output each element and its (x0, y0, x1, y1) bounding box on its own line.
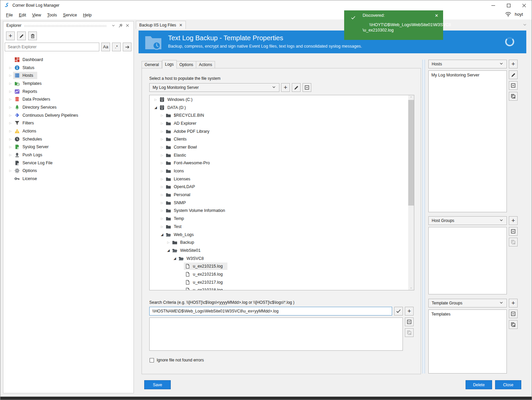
tree-row[interactable]: ▷Icons (150, 167, 408, 175)
hosts-copy-button[interactable] (509, 92, 518, 101)
host-groups-add-button[interactable]: + (509, 216, 518, 225)
expand-arrow-icon[interactable]: ▷ (159, 137, 165, 141)
host-select-combo[interactable]: My Log Monitoring Server (149, 83, 279, 92)
sidebar-item-reports[interactable]: ▷Reports (3, 88, 134, 96)
tab-logs[interactable]: Logs (162, 60, 177, 69)
explorer-edit-button[interactable] (17, 32, 26, 40)
criteria-remove-button[interactable] (405, 318, 414, 326)
tab-general[interactable]: General (142, 61, 162, 68)
tree-row[interactable]: ◢DATA (D:) (150, 104, 408, 112)
hosts-edit-button[interactable] (509, 70, 518, 79)
template-groups-add-button[interactable]: + (509, 299, 518, 307)
search-criteria-input[interactable] (149, 307, 392, 316)
tree-row[interactable]: ▷Adobe PDF Library (150, 127, 408, 135)
tab-options[interactable]: Options (177, 61, 196, 68)
tree-row[interactable]: ▷Personal (150, 191, 408, 199)
search-go-button[interactable] (123, 43, 131, 51)
sidebar-item-dashboard[interactable]: Dashboard (3, 56, 134, 64)
tree-row[interactable]: ▷Elastic (150, 151, 408, 159)
explorer-collapse-icon[interactable] (110, 22, 116, 28)
collapse-arrow-icon[interactable]: ◢ (153, 106, 158, 109)
expand-arrow-icon[interactable]: ▷ (159, 122, 165, 125)
panel-splitter[interactable] (422, 60, 425, 374)
tree-row[interactable]: ▷Licenses (150, 175, 408, 183)
hosts-add-button[interactable]: + (509, 60, 518, 68)
tree-row[interactable]: ◢WebSite01 (150, 246, 408, 254)
list-item[interactable]: Templates (429, 311, 507, 317)
sidebar-item-status[interactable]: ▷Status (3, 64, 134, 72)
tree-row[interactable]: ▷Backup (150, 238, 408, 246)
expand-arrow-icon[interactable]: ▷ (8, 153, 13, 157)
tree-row[interactable]: ▷$RECYCLE.BIN (150, 111, 408, 119)
minimize-button[interactable] (485, 0, 501, 10)
tree-row[interactable]: ▷OpenLDAP (150, 183, 408, 191)
pin-icon[interactable] (117, 22, 123, 28)
expand-arrow-icon[interactable]: ▷ (8, 106, 13, 109)
collapse-arrow-icon[interactable]: ◢ (159, 233, 165, 236)
expand-arrow-icon[interactable]: ▷ (8, 114, 13, 117)
sidebar-item-license[interactable]: License (3, 175, 134, 183)
sidebar-item-syslog-server[interactable]: ▷Syslog Server (3, 143, 134, 151)
hosts-group-combo[interactable]: Hosts (428, 60, 507, 68)
expand-arrow-icon[interactable]: ▷ (159, 169, 165, 173)
list-item[interactable]: My Log Monitoring Server (429, 72, 507, 78)
sidebar-item-data-providers[interactable]: ▷Data Providers (3, 95, 134, 103)
expand-arrow-icon[interactable]: ▷ (159, 225, 165, 228)
expand-arrow-icon[interactable]: ▷ (153, 98, 158, 101)
document-tab-close-icon[interactable]: ✕ (179, 23, 182, 27)
criteria-copy-button[interactable] (405, 328, 414, 337)
explorer-add-button[interactable]: + (6, 32, 15, 40)
menu-file[interactable]: File (3, 11, 16, 19)
menu-service[interactable]: Service (60, 11, 80, 19)
tree-row[interactable]: u_ex210217.log (150, 278, 408, 286)
host-edit-button[interactable] (292, 83, 301, 92)
menu-view[interactable]: View (29, 11, 44, 19)
tree-row[interactable]: ▷Corner Bowl (150, 143, 408, 151)
tree-row[interactable]: u_ex210215.log (150, 262, 408, 270)
scroll-down-icon[interactable]: ⌄ (408, 285, 414, 290)
expand-arrow-icon[interactable]: ▷ (159, 217, 165, 220)
delete-button[interactable]: Delete (466, 380, 492, 389)
expand-arrow-icon[interactable]: ▷ (8, 82, 13, 85)
tree-row[interactable]: ▷SNMP (150, 199, 408, 207)
expand-arrow-icon[interactable]: ▷ (8, 169, 13, 172)
toast-close-icon[interactable]: ✕ (433, 13, 440, 18)
host-groups-list[interactable] (428, 227, 507, 294)
expand-arrow-icon[interactable]: ▷ (8, 74, 13, 77)
collapse-arrow-icon[interactable]: ◢ (172, 256, 177, 260)
match-case-button[interactable]: Aa (101, 43, 110, 51)
regex-button[interactable]: .* (112, 43, 121, 51)
sidebar-item-schedules[interactable]: ▷Schedules (3, 135, 134, 143)
expand-arrow-icon[interactable]: ▷ (8, 145, 13, 149)
expand-arrow-icon[interactable]: ▷ (159, 193, 165, 196)
hosts-list[interactable]: My Log Monitoring Server (428, 70, 507, 212)
expand-arrow-icon[interactable]: ▷ (159, 130, 165, 133)
expand-arrow-icon[interactable]: ▷ (8, 129, 13, 133)
tree-row[interactable]: u_ex210218.log (150, 286, 408, 291)
host-groups-combo[interactable]: Host Groups (428, 216, 507, 225)
sidebar-item-templates[interactable]: ▷Templates (3, 79, 134, 88)
host-add-button[interactable]: + (281, 83, 290, 92)
expand-arrow-icon[interactable]: ▷ (8, 66, 13, 69)
menu-edit[interactable]: Edit (16, 11, 29, 19)
expand-arrow-icon[interactable]: ▷ (159, 146, 165, 149)
tree-row[interactable]: u_ex210216.log (150, 270, 408, 278)
ignore-errors-checkbox[interactable] (150, 358, 154, 362)
criteria-add-button[interactable]: + (405, 307, 414, 316)
close-button[interactable]: Close (495, 380, 521, 389)
tree-row[interactable]: ▷AD Explorer (150, 119, 408, 127)
menu-tools[interactable]: Tools (44, 11, 60, 19)
criteria-apply-button[interactable] (394, 307, 403, 316)
host-remove-button[interactable] (303, 83, 311, 92)
expand-arrow-icon[interactable]: ▷ (159, 114, 165, 117)
expand-arrow-icon[interactable]: ▷ (166, 241, 171, 244)
expand-arrow-icon[interactable]: ▷ (159, 201, 165, 205)
tree-row[interactable]: ◢W3SVC8 (150, 254, 408, 263)
template-groups-copy-button[interactable] (509, 320, 518, 329)
tree-row[interactable]: ▷Font-Awesome-Pro (150, 159, 408, 167)
template-groups-combo[interactable]: Template Groups (428, 299, 507, 307)
sidebar-item-push-logs[interactable]: ▷Push Logs (3, 151, 134, 159)
expand-arrow-icon[interactable]: ▷ (8, 90, 13, 93)
sidebar-item-directory-services[interactable]: ▷Directory Services (3, 103, 134, 111)
tree-row[interactable]: ▷Temp (150, 215, 408, 223)
